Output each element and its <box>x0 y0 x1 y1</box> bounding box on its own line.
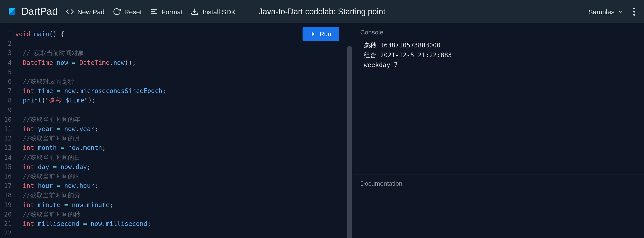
refresh-icon <box>112 8 120 16</box>
code-editor[interactable]: 123456789101112131415161718192021222324 … <box>0 23 353 238</box>
console-pane: Console 毫秒 1638710573883000 组合 2021-12-5… <box>353 23 644 174</box>
install-sdk-label: Install SDK <box>202 8 236 16</box>
console-output: 毫秒 1638710573883000 组合 2021-12-5 21:22:8… <box>353 40 644 70</box>
chevron-down-icon <box>617 8 624 15</box>
new-pad-button[interactable]: New Pad <box>66 8 104 16</box>
console-title: Console <box>353 23 644 40</box>
logo-text: DartPad <box>22 6 58 18</box>
samples-dropdown[interactable]: Samples <box>588 8 624 16</box>
line-gutter: 123456789101112131415161718192021222324 <box>0 30 15 238</box>
main-area: Run 123456789101112131415161718192021222… <box>0 23 644 238</box>
editor-pane: Run 123456789101112131415161718192021222… <box>0 23 353 238</box>
documentation-pane: Documentation <box>353 174 644 238</box>
svg-marker-6 <box>312 32 315 36</box>
page-title: Java-to-Dart codelab: Starting point <box>259 7 385 16</box>
editor-scrollbar[interactable] <box>347 46 352 238</box>
samples-label: Samples <box>588 8 614 16</box>
documentation-title: Documentation <box>353 174 644 192</box>
install-sdk-button[interactable]: Install SDK <box>191 8 236 16</box>
code-icon <box>66 8 74 16</box>
new-pad-label: New Pad <box>77 8 104 16</box>
format-button[interactable]: Format <box>150 8 183 16</box>
reset-button[interactable]: Reset <box>112 8 142 16</box>
run-label: Run <box>320 30 331 38</box>
logo[interactable]: DartPad <box>7 6 58 18</box>
play-icon <box>311 31 316 37</box>
header-right: Samples <box>588 6 637 18</box>
header-left: DartPad New Pad Reset Format Install SDK <box>7 6 236 18</box>
format-icon <box>150 8 158 16</box>
reset-label: Reset <box>124 8 142 16</box>
header-bar: DartPad New Pad Reset Format Install SDK… <box>0 0 644 23</box>
dart-logo-icon <box>7 7 17 16</box>
run-button[interactable]: Run <box>303 27 339 41</box>
right-pane: Console 毫秒 1638710573883000 组合 2021-12-5… <box>353 23 644 238</box>
download-icon <box>191 8 199 16</box>
more-menu-button[interactable] <box>632 6 637 18</box>
code-content[interactable]: void main() { // 获取当前时间对象 DateTime now =… <box>15 30 353 238</box>
format-label: Format <box>162 8 183 16</box>
